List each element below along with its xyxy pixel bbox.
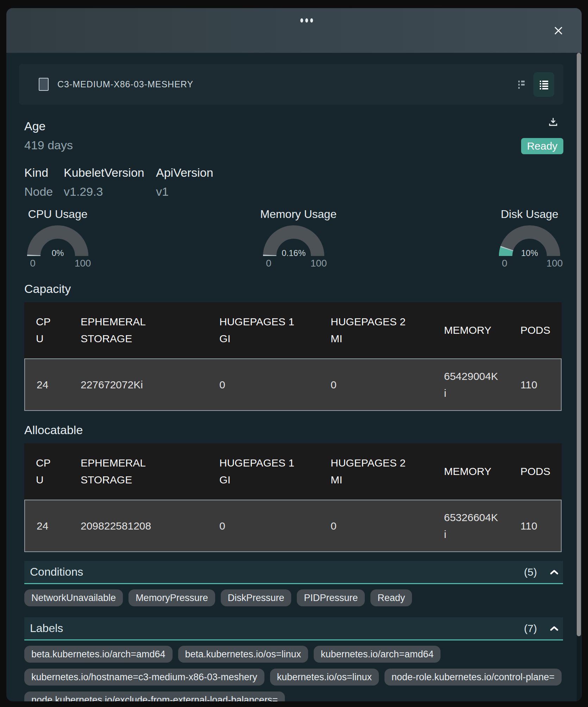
labels-section-header[interactable]: Labels (7) — [24, 617, 563, 640]
meta-field-kubeletversion: KubeletVersionv1.29.3 — [64, 165, 156, 199]
age-label: Age — [24, 119, 563, 133]
gauge-cpu-usage: CPU Usage0%0100 — [24, 207, 91, 261]
column-header: MEMORY — [444, 302, 520, 358]
label-chip[interactable]: kubernetes.io/hostname=c3-medium-x86-03-… — [24, 669, 264, 686]
condition-chip[interactable]: NetworkUnavailable — [24, 589, 123, 606]
chevron-up-icon[interactable] — [550, 626, 559, 631]
gauge-percent: 0.16% — [260, 248, 327, 258]
gauge-min: 0 — [22, 258, 43, 269]
column-header: PODS — [520, 443, 562, 500]
table-cell: 110 — [520, 500, 562, 552]
table-cell: 0 — [219, 500, 331, 552]
label-chip[interactable]: kubernetes.io/os=linux — [270, 669, 379, 686]
modal-content: C3-MEDIUM-X86-03-MESHERY — [6, 53, 582, 701]
allocatable-table: CPUEPHEMERAL STORAGEHUGEPAGES 1 GIHUGEPA… — [24, 443, 562, 552]
column-header: PODS — [520, 302, 562, 358]
table-row: 24227672072Ki0065429004Ki110 — [24, 358, 562, 411]
column-header: HUGEPAGES 2 MI — [331, 302, 444, 358]
table-cell: 24 — [24, 358, 81, 411]
label-chip[interactable]: node-role.kubernetes.io/control-plane= — [384, 669, 562, 686]
column-header: CPU — [24, 443, 81, 500]
gauge-title: CPU Usage — [24, 207, 91, 221]
labels-chips: beta.kubernetes.io/arch=amd64beta.kubern… — [24, 646, 563, 701]
status-badge[interactable]: Ready — [521, 138, 563, 154]
capacity-table: CPUEPHEMERAL STORAGEHUGEPAGES 1 GIHUGEPA… — [24, 302, 562, 411]
gauge-title: Disk Usage — [496, 207, 563, 221]
field-value: Node — [24, 184, 64, 199]
column-header: HUGEPAGES 2 MI — [331, 443, 444, 500]
gauge-disk-usage: Disk Usage10%0100 — [496, 207, 563, 261]
table-header-row: CPUEPHEMERAL STORAGEHUGEPAGES 1 GIHUGEPA… — [24, 302, 562, 358]
modal-header — [6, 8, 582, 53]
gauge-max: 100 — [72, 258, 93, 269]
table-cell: 227672072Ki — [81, 358, 219, 411]
list-view-icon — [538, 79, 550, 90]
labels-count: (7) — [524, 622, 537, 634]
table-cell: 209822581208 — [81, 500, 219, 552]
gauge-max: 100 — [544, 258, 565, 269]
meta-field-kind: KindNode — [24, 165, 64, 199]
table-cell: 0 — [331, 358, 444, 411]
column-header: EPHEMERAL STORAGE — [81, 302, 219, 358]
download-icon[interactable] — [548, 117, 558, 127]
field-label: ApiVersion — [156, 165, 213, 180]
usage-gauges: CPU Usage0%0100Memory Usage0.16%0100Disk… — [24, 207, 563, 261]
meta-field-apiversion: ApiVersionv1 — [156, 165, 213, 199]
chevron-up-icon[interactable] — [550, 569, 559, 575]
condition-chip[interactable]: Ready — [370, 589, 412, 606]
table-cell: 65326604Ki — [444, 500, 520, 552]
table-cell: 24 — [24, 500, 81, 552]
label-chip[interactable]: node.kubernetes.io/exclude-from-external… — [24, 692, 285, 701]
capacity-heading: Capacity — [24, 282, 563, 296]
close-icon[interactable] — [552, 24, 565, 37]
node-title-card: C3-MEDIUM-X86-03-MESHERY — [19, 64, 563, 105]
column-header: CPU — [24, 302, 81, 358]
gauge-min: 0 — [494, 258, 515, 269]
gauge-memory-usage: Memory Usage0.16%0100 — [260, 207, 327, 261]
column-header: EPHEMERAL STORAGE — [81, 443, 219, 500]
field-value: v1 — [156, 184, 213, 199]
drag-handle-dots-icon[interactable] — [300, 18, 313, 23]
table-row: 242098225812080065326604Ki110 — [24, 500, 562, 552]
conditions-count: (5) — [524, 566, 537, 578]
condition-chip[interactable]: MemoryPressure — [129, 589, 215, 606]
gauge-percent: 0% — [24, 248, 91, 258]
gauge-max: 100 — [308, 258, 329, 269]
column-header: HUGEPAGES 1 GI — [219, 443, 331, 500]
label-chip[interactable]: beta.kubernetes.io/arch=amd64 — [24, 646, 173, 663]
field-label: KubeletVersion — [64, 165, 156, 180]
condition-chip[interactable]: DiskPressure — [221, 589, 292, 606]
node-title: C3-MEDIUM-X86-03-MESHERY — [57, 79, 514, 89]
gauge-title: Memory Usage — [260, 207, 327, 221]
table-cell: 0 — [219, 358, 331, 411]
conditions-chips: NetworkUnavailableMemoryPressureDiskPres… — [24, 589, 563, 606]
list-view-button[interactable] — [533, 72, 554, 97]
conditions-section-header[interactable]: Conditions (5) — [24, 561, 563, 584]
table-cell: 0 — [331, 500, 444, 552]
field-label: Kind — [24, 165, 64, 180]
age-value: 419 days — [24, 138, 563, 152]
labels-title: Labels — [30, 622, 524, 635]
compact-view-button[interactable] — [514, 77, 528, 92]
scrollbar-thumb[interactable] — [577, 53, 581, 636]
node-details-modal: C3-MEDIUM-X86-03-MESHERY — [6, 8, 582, 701]
condition-chip[interactable]: PIDPressure — [297, 589, 365, 606]
node-checkbox[interactable] — [39, 78, 49, 91]
gauge-percent: 10% — [496, 248, 563, 258]
conditions-title: Conditions — [30, 565, 524, 578]
table-header-row: CPUEPHEMERAL STORAGEHUGEPAGES 1 GIHUGEPA… — [24, 443, 562, 500]
compact-list-icon — [516, 79, 527, 90]
field-value: v1.29.3 — [64, 184, 156, 199]
gauge-min: 0 — [258, 258, 279, 269]
label-chip[interactable]: beta.kubernetes.io/os=linux — [178, 646, 308, 663]
table-cell: 65429004Ki — [444, 358, 520, 411]
column-header: MEMORY — [444, 443, 520, 500]
label-chip[interactable]: kubernetes.io/arch=amd64 — [314, 646, 440, 663]
allocatable-heading: Allocatable — [24, 423, 563, 437]
column-header: HUGEPAGES 1 GI — [219, 302, 331, 358]
table-cell: 110 — [520, 358, 562, 411]
meta-fields: KindNodeKubeletVersionv1.29.3ApiVersionv… — [24, 165, 563, 199]
